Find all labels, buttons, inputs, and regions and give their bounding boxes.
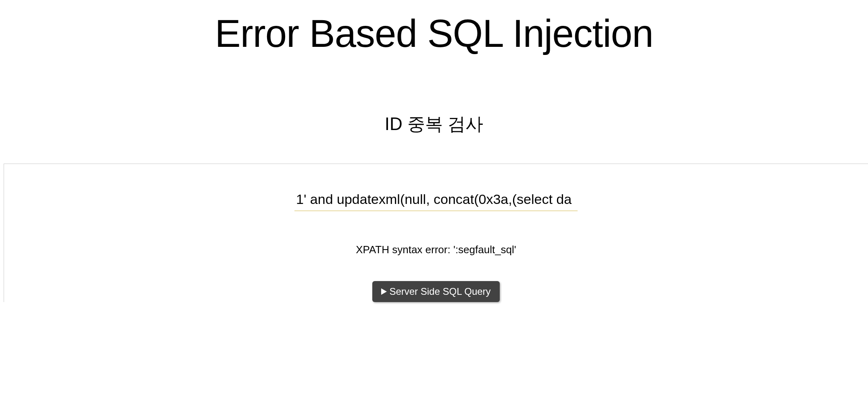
content-box: XPATH syntax error: ':segfault_sql' Serv… xyxy=(4,164,868,302)
page-title: Error Based SQL Injection xyxy=(0,11,868,56)
button-label: Server Side SQL Query xyxy=(389,286,490,297)
server-query-button[interactable]: Server Side SQL Query xyxy=(372,281,499,302)
sql-input[interactable] xyxy=(294,188,578,211)
play-icon xyxy=(381,288,387,295)
subtitle: ID 중복 검사 xyxy=(0,112,868,136)
error-message: XPATH syntax error: ':segfault_sql' xyxy=(4,244,868,256)
